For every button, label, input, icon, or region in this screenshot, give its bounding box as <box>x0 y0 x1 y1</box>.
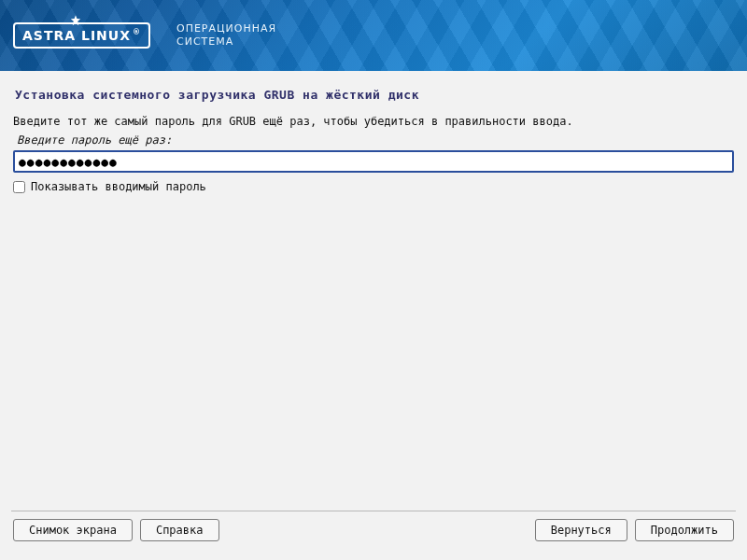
back-button[interactable]: Вернуться <box>535 519 627 541</box>
show-password-label: Показывать вводимый пароль <box>31 180 206 193</box>
show-password-checkbox[interactable] <box>13 181 25 193</box>
footer-bar: Снимок экрана Справка Вернуться Продолжи… <box>11 519 736 553</box>
show-password-row[interactable]: Показывать вводимый пароль <box>13 180 736 193</box>
header-subtitle: ОПЕРАЦИОННАЯ СИСТЕМА <box>176 22 276 49</box>
header-subtitle-line2: СИСТЕМА <box>176 35 276 49</box>
installer-panel: Установка системного загрузчика GRUB на … <box>0 71 747 560</box>
header-banner: ASTRA LINUX® ОПЕРАЦИОННАЯ СИСТЕМА <box>0 0 747 71</box>
continue-button[interactable]: Продолжить <box>635 519 734 541</box>
password-input[interactable] <box>13 150 734 173</box>
astra-logo: ASTRA LINUX® <box>13 22 150 49</box>
footer-divider <box>11 511 736 511</box>
page-title: Установка системного загрузчика GRUB на … <box>15 88 736 102</box>
logo-frame: ASTRA LINUX® <box>13 22 150 49</box>
help-button[interactable]: Справка <box>140 519 219 541</box>
screenshot-button[interactable]: Снимок экрана <box>13 519 133 541</box>
password-field-wrap <box>13 150 734 173</box>
logo-registered: ® <box>133 28 141 36</box>
header-subtitle-line1: ОПЕРАЦИОННАЯ <box>176 22 276 35</box>
instruction-text: Введите тот же самый пароль для GRUB ещё… <box>13 115 736 128</box>
logo-text: ASTRA LINUX <box>22 28 131 43</box>
password-prompt: Введите пароль ещё раз: <box>17 133 736 147</box>
footer-gap <box>227 519 528 541</box>
star-icon <box>69 14 82 27</box>
spacer <box>11 193 736 511</box>
